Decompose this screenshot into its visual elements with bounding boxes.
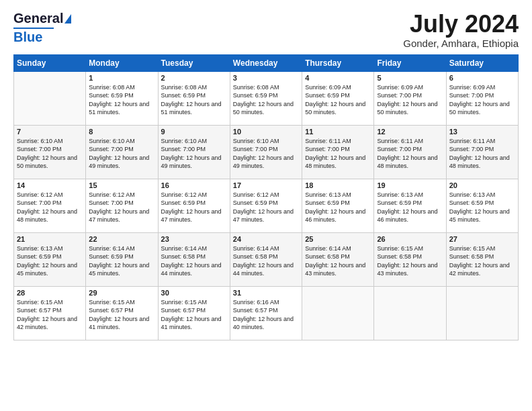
sunrise-text: Sunrise: 6:15 AM xyxy=(17,298,83,307)
sunset-text: Sunset: 6:59 PM xyxy=(233,199,299,208)
sunrise-text: Sunrise: 6:13 AM xyxy=(17,244,83,253)
sunrise-text: Sunrise: 6:10 AM xyxy=(89,137,154,146)
daylight-text: Daylight: 12 hours and 48 minutes. xyxy=(17,208,83,224)
table-row: 13 Sunrise: 6:11 AM Sunset: 7:00 PM Dayl… xyxy=(446,125,518,179)
day-number: 23 xyxy=(161,235,227,243)
daylight-text: Daylight: 12 hours and 42 minutes. xyxy=(449,261,515,278)
day-number: 5 xyxy=(377,74,443,82)
daylight-text: Daylight: 12 hours and 41 minutes. xyxy=(161,315,227,332)
daylight-text: Daylight: 12 hours and 49 minutes. xyxy=(89,154,154,171)
day-info: Sunrise: 6:15 AM Sunset: 6:57 PM Dayligh… xyxy=(89,298,154,332)
daylight-text: Daylight: 12 hours and 44 minutes. xyxy=(161,261,227,278)
sunset-text: Sunset: 7:00 PM xyxy=(449,91,515,100)
daylight-text: Daylight: 12 hours and 43 minutes. xyxy=(377,261,443,278)
table-row: 27 Sunrise: 6:15 AM Sunset: 6:58 PM Dayl… xyxy=(446,232,518,286)
table-row: 28 Sunrise: 6:15 AM Sunset: 6:57 PM Dayl… xyxy=(14,286,86,340)
day-number: 27 xyxy=(449,235,515,243)
sunset-text: Sunset: 6:57 PM xyxy=(89,306,154,315)
table-row: 9 Sunrise: 6:10 AM Sunset: 7:00 PM Dayli… xyxy=(158,125,230,179)
daylight-text: Daylight: 12 hours and 43 minutes. xyxy=(305,261,371,278)
sunrise-text: Sunrise: 6:11 AM xyxy=(449,137,515,146)
day-number: 17 xyxy=(233,181,299,189)
table-row: 29 Sunrise: 6:15 AM Sunset: 6:57 PM Dayl… xyxy=(86,286,158,340)
month-title: July 2024 xyxy=(403,11,519,38)
sunrise-text: Sunrise: 6:10 AM xyxy=(161,137,227,146)
sunrise-text: Sunrise: 6:16 AM xyxy=(233,298,299,307)
day-info: Sunrise: 6:09 AM Sunset: 6:59 PM Dayligh… xyxy=(305,83,371,117)
daylight-text: Daylight: 12 hours and 46 minutes. xyxy=(305,208,371,224)
day-info: Sunrise: 6:15 AM Sunset: 6:58 PM Dayligh… xyxy=(377,244,443,278)
sunrise-text: Sunrise: 6:08 AM xyxy=(233,83,299,92)
daylight-text: Daylight: 12 hours and 47 minutes. xyxy=(161,208,227,224)
table-row: 1 Sunrise: 6:08 AM Sunset: 6:59 PM Dayli… xyxy=(86,71,158,125)
sunset-text: Sunset: 7:00 PM xyxy=(305,145,371,154)
location: Gonder, Amhara, Ethiopia xyxy=(403,38,519,49)
day-number: 22 xyxy=(89,235,154,243)
day-number: 10 xyxy=(233,128,299,136)
day-info: Sunrise: 6:08 AM Sunset: 6:59 PM Dayligh… xyxy=(233,83,299,117)
sunset-text: Sunset: 6:59 PM xyxy=(89,91,154,100)
day-info: Sunrise: 6:09 AM Sunset: 7:00 PM Dayligh… xyxy=(449,83,515,117)
day-info: Sunrise: 6:09 AM Sunset: 7:00 PM Dayligh… xyxy=(377,83,443,117)
sunset-text: Sunset: 7:00 PM xyxy=(17,199,83,208)
sunrise-text: Sunrise: 6:11 AM xyxy=(377,137,443,146)
col-tuesday: Tuesday xyxy=(158,54,230,71)
calendar-week-5: 28 Sunrise: 6:15 AM Sunset: 6:57 PM Dayl… xyxy=(14,286,519,340)
daylight-text: Daylight: 12 hours and 49 minutes. xyxy=(233,154,299,171)
daylight-text: Daylight: 12 hours and 48 minutes. xyxy=(305,154,371,171)
daylight-text: Daylight: 12 hours and 47 minutes. xyxy=(233,208,299,224)
table-row: 11 Sunrise: 6:11 AM Sunset: 7:00 PM Dayl… xyxy=(302,125,374,179)
day-number: 3 xyxy=(233,74,299,82)
day-info: Sunrise: 6:14 AM Sunset: 6:58 PM Dayligh… xyxy=(305,244,371,278)
table-row: 18 Sunrise: 6:13 AM Sunset: 6:59 PM Dayl… xyxy=(302,179,374,232)
day-info: Sunrise: 6:13 AM Sunset: 6:59 PM Dayligh… xyxy=(377,191,443,224)
sunset-text: Sunset: 6:59 PM xyxy=(17,253,83,261)
daylight-text: Daylight: 12 hours and 50 minutes. xyxy=(305,100,371,117)
table-row: 8 Sunrise: 6:10 AM Sunset: 7:00 PM Dayli… xyxy=(86,125,158,179)
daylight-text: Daylight: 12 hours and 49 minutes. xyxy=(161,154,227,171)
sunrise-text: Sunrise: 6:12 AM xyxy=(233,191,299,199)
sunrise-text: Sunrise: 6:12 AM xyxy=(161,191,227,199)
day-info: Sunrise: 6:08 AM Sunset: 6:59 PM Dayligh… xyxy=(161,83,227,117)
sunrise-text: Sunrise: 6:15 AM xyxy=(377,244,443,253)
table-row: 2 Sunrise: 6:08 AM Sunset: 6:59 PM Dayli… xyxy=(158,71,230,125)
sunrise-text: Sunrise: 6:15 AM xyxy=(161,298,227,307)
calendar-week-1: 1 Sunrise: 6:08 AM Sunset: 6:59 PM Dayli… xyxy=(14,71,519,125)
daylight-text: Daylight: 12 hours and 50 minutes. xyxy=(377,100,443,117)
day-info: Sunrise: 6:13 AM Sunset: 6:59 PM Dayligh… xyxy=(305,191,371,224)
table-row: 20 Sunrise: 6:13 AM Sunset: 6:59 PM Dayl… xyxy=(446,179,518,232)
daylight-text: Daylight: 12 hours and 45 minutes. xyxy=(17,261,83,278)
table-row: 31 Sunrise: 6:16 AM Sunset: 6:57 PM Dayl… xyxy=(230,286,302,340)
day-info: Sunrise: 6:14 AM Sunset: 6:58 PM Dayligh… xyxy=(233,244,299,278)
sunset-text: Sunset: 7:00 PM xyxy=(89,145,154,154)
day-number: 15 xyxy=(89,181,154,189)
sunrise-text: Sunrise: 6:14 AM xyxy=(161,244,227,253)
logo-blue: Blue xyxy=(13,30,42,45)
day-info: Sunrise: 6:13 AM Sunset: 6:59 PM Dayligh… xyxy=(449,191,515,224)
day-info: Sunrise: 6:11 AM Sunset: 7:00 PM Dayligh… xyxy=(449,137,515,171)
sunrise-text: Sunrise: 6:09 AM xyxy=(305,83,371,92)
sunset-text: Sunset: 7:00 PM xyxy=(17,145,83,154)
daylight-text: Daylight: 12 hours and 47 minutes. xyxy=(89,208,154,224)
day-number: 20 xyxy=(449,181,515,189)
day-number: 13 xyxy=(449,128,515,136)
table-row: 5 Sunrise: 6:09 AM Sunset: 7:00 PM Dayli… xyxy=(374,71,446,125)
day-info: Sunrise: 6:14 AM Sunset: 6:58 PM Dayligh… xyxy=(161,244,227,278)
col-saturday: Saturday xyxy=(446,54,518,71)
day-number: 1 xyxy=(89,74,154,82)
sunrise-text: Sunrise: 6:09 AM xyxy=(377,83,443,92)
table-row: 21 Sunrise: 6:13 AM Sunset: 6:59 PM Dayl… xyxy=(14,232,86,286)
day-number: 6 xyxy=(449,74,515,82)
sunset-text: Sunset: 6:58 PM xyxy=(377,253,443,261)
sunset-text: Sunset: 7:00 PM xyxy=(377,145,443,154)
daylight-text: Daylight: 12 hours and 51 minutes. xyxy=(89,100,154,117)
day-number: 19 xyxy=(377,181,443,189)
daylight-text: Daylight: 12 hours and 44 minutes. xyxy=(233,261,299,278)
calendar-week-4: 21 Sunrise: 6:13 AM Sunset: 6:59 PM Dayl… xyxy=(14,232,519,286)
table-row: 3 Sunrise: 6:08 AM Sunset: 6:59 PM Dayli… xyxy=(230,71,302,125)
sunrise-text: Sunrise: 6:14 AM xyxy=(233,244,299,253)
daylight-text: Daylight: 12 hours and 46 minutes. xyxy=(377,208,443,224)
table-row xyxy=(374,286,446,340)
table-row xyxy=(14,71,86,125)
sunrise-text: Sunrise: 6:10 AM xyxy=(233,137,299,146)
